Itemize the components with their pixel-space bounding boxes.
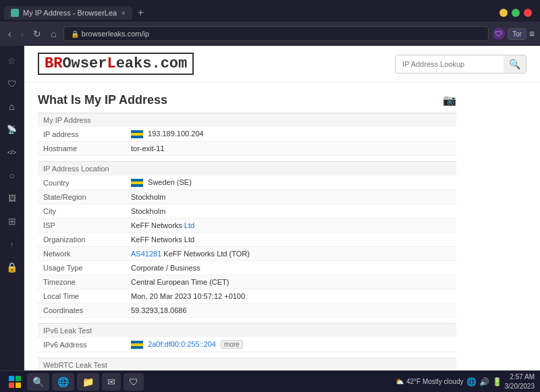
table-row: State/Region Stockholm xyxy=(38,190,456,204)
table-row: IPv6 Address 2a0f:df00:0:255::204 more xyxy=(38,337,456,352)
more-button[interactable]: more xyxy=(221,340,243,349)
taskbar-tray: ⛅ 42°F Mostly cloudy 🌐 🔊 🔋 2:57 AM 3/20/… xyxy=(396,372,535,391)
taskbar-files[interactable]: 📁 xyxy=(77,373,99,391)
tray-clock: 2:57 AM 3/20/2023 xyxy=(505,372,535,391)
table-row: ISP KeFF Networks Ltd xyxy=(38,219,456,233)
table-row: Local Time Mon, 20 Mar 2023 10:57:12 +01… xyxy=(38,289,456,304)
ip-address-value: 193.189.100.204 xyxy=(126,127,456,142)
ipv6-table: IPv6 Address 2a0f:df00:0:255::204 more xyxy=(38,337,456,352)
taskbar-security[interactable]: 🛡 xyxy=(124,373,144,391)
address-bar[interactable]: 🔒 browserleaks.com/ip xyxy=(63,26,489,41)
taskbar-security-icon: 🛡 xyxy=(129,376,138,387)
usage-label: Usage Type xyxy=(38,261,126,275)
sweden-flag-2 xyxy=(131,179,143,187)
page-title: What Is My IP Address xyxy=(38,93,167,107)
tab-favicon xyxy=(11,9,19,17)
sidebar-item-star[interactable]: ☆ xyxy=(3,51,22,70)
taskbar-browser[interactable]: 🌐 xyxy=(52,373,74,391)
table-row: City Stockholm xyxy=(38,204,456,219)
ip-address-label: IP address xyxy=(38,127,126,142)
ipv6-section-header: IPv6 Leak Test xyxy=(38,323,456,337)
menu-button[interactable]: ≡ xyxy=(529,28,535,39)
coordinates-label: Coordinates xyxy=(38,304,126,318)
content-area: What Is My IP Address 📷 My IP Address IP… xyxy=(24,82,470,392)
tab-close-button[interactable]: × xyxy=(122,9,126,17)
win-quad-2 xyxy=(16,376,21,381)
page-title-row: What Is My IP Address 📷 xyxy=(38,93,456,107)
my-ip-table: IP address 193.189.100.204 Hostname tor-… xyxy=(38,127,456,156)
city-value: Stockholm xyxy=(126,204,456,219)
sidebar-item-chart[interactable]: ↑ xyxy=(3,235,22,254)
camera-icon[interactable]: 📷 xyxy=(443,94,456,107)
taskbar-search-icon: 🔍 xyxy=(32,376,44,387)
minimize-button[interactable] xyxy=(500,9,508,17)
organization-label: Organization xyxy=(38,233,126,247)
country-label: Country xyxy=(38,175,126,190)
start-button[interactable] xyxy=(5,372,24,391)
hostname-value: tor-exit-11 xyxy=(126,142,456,156)
sidebar-item-image[interactable]: 🖼 xyxy=(3,189,22,208)
tor-button[interactable]: Tor xyxy=(508,28,526,40)
close-button[interactable] xyxy=(524,9,532,17)
home-button[interactable]: ⌂ xyxy=(48,27,59,40)
reload-button[interactable]: ↻ xyxy=(30,27,44,40)
weather-info: ⛅ 42°F Mostly cloudy xyxy=(396,378,464,385)
address-text: browserleaks.com/ip xyxy=(82,30,149,38)
back-button[interactable]: ‹ xyxy=(5,27,14,40)
lock-icon: 🔒 xyxy=(71,30,79,38)
table-row: Hostname tor-exit-11 xyxy=(38,142,456,156)
isp-label: ISP xyxy=(38,219,126,233)
weather-text: 42°F Mostly cloudy xyxy=(406,378,464,385)
table-row: Organization KeFF Networks Ltd xyxy=(38,233,456,247)
isp-link[interactable]: Ltd xyxy=(184,221,194,229)
sidebar: ☆ 🛡 ⌂ 📡 </> ○ 🖼 ⊞ ↑ 🔒 xyxy=(0,46,24,392)
win-quad-3 xyxy=(9,383,14,388)
network-label: Network xyxy=(38,247,126,261)
site-logo: BROwserLeaks.com xyxy=(38,53,194,75)
maximize-button[interactable] xyxy=(512,9,520,17)
taskbar-search[interactable]: 🔍 xyxy=(27,373,49,391)
organization-value: KeFF Networks Ltd xyxy=(126,233,456,247)
tab-title: My IP Address - BrowserLeaks xyxy=(23,9,117,17)
tray-battery-icon: 🔋 xyxy=(492,377,502,387)
win-quad-4 xyxy=(16,383,21,388)
table-row: Timezone Central European Time (CET) xyxy=(38,275,456,289)
sidebar-item-broadcast[interactable]: 📡 xyxy=(3,120,22,139)
taskbar-browser-icon: 🌐 xyxy=(57,376,69,387)
local-time-value: Mon, 20 Mar 2023 10:57:12 +0100 xyxy=(126,289,456,304)
usage-value: Corporate / Business xyxy=(126,261,456,275)
sidebar-item-layers[interactable]: ⊞ xyxy=(3,212,22,231)
sidebar-item-lock[interactable]: 🔒 xyxy=(3,258,22,277)
table-row: Usage Type Corporate / Business xyxy=(38,261,456,275)
tray-volume-icon: 🔊 xyxy=(479,377,489,387)
forward-button[interactable]: › xyxy=(18,27,27,40)
sidebar-item-user[interactable]: ○ xyxy=(3,166,22,185)
site-header: BROwserLeaks.com 🔍 xyxy=(24,46,540,82)
sweden-flag xyxy=(131,130,143,138)
ip-location-section-header: IP Address Location xyxy=(38,161,456,175)
my-ip-section-header: My IP Address xyxy=(38,113,456,127)
ipv6-link[interactable]: 2a0f:df00:0:255::204 xyxy=(148,340,216,348)
timezone-label: Timezone xyxy=(38,275,126,289)
search-button[interactable]: 🔍 xyxy=(504,55,526,73)
sidebar-item-code[interactable]: </> xyxy=(3,143,22,162)
hostname-label: Hostname xyxy=(38,142,126,156)
search-bar[interactable]: 🔍 xyxy=(395,55,526,74)
weather-icon: ⛅ xyxy=(396,378,404,385)
sidebar-item-home[interactable]: ⌂ xyxy=(3,97,22,116)
tray-time: 2:57 AM xyxy=(505,372,535,382)
ipv6-address-value: 2a0f:df00:0:255::204 more xyxy=(126,337,456,352)
search-input[interactable] xyxy=(396,57,504,72)
ip-location-table: Country Sweden (SE) State/Region Stockho… xyxy=(38,175,456,318)
tray-date: 3/20/2023 xyxy=(505,382,535,391)
timezone-value: Central European Time (CET) xyxy=(126,275,456,289)
sidebar-item-shield[interactable]: 🛡 xyxy=(3,74,22,93)
isp-value: KeFF Networks Ltd xyxy=(126,219,456,233)
win-quad-1 xyxy=(9,376,14,381)
active-tab[interactable]: My IP Address - BrowserLeaks × xyxy=(4,6,132,20)
new-tab-button[interactable]: + xyxy=(132,7,149,18)
taskbar-files-icon: 📁 xyxy=(82,376,94,387)
network-link[interactable]: AS41281 xyxy=(131,250,161,258)
taskbar-mail[interactable]: ✉ xyxy=(102,373,121,391)
shield-icon: 🛡 xyxy=(493,28,505,40)
